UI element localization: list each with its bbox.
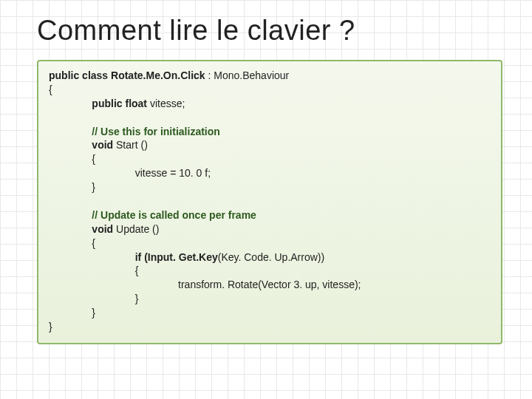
transform-rotate: transform. Rotate(Vector 3. up, vitesse)… <box>178 279 361 290</box>
brace-open-if: { <box>135 265 139 276</box>
kw-if: if ( <box>135 251 148 263</box>
brace-open-update: { <box>92 237 95 249</box>
comment-init: // Use this for initialization <box>92 126 219 137</box>
class-name: Rotate.Me.On.Click <box>111 69 208 81</box>
method-update: Update () <box>116 223 159 235</box>
kw-public-float: public float <box>92 98 150 109</box>
code-panel: public class Rotate.Me.On.Click : Mono.B… <box>37 60 502 344</box>
kw-void-2: void <box>92 223 116 235</box>
inherits: : Mono.Behaviour <box>208 69 290 81</box>
method-start: Start () <box>116 139 148 151</box>
keycode-arg: (Key. Code. Up.Arrow)) <box>218 251 324 263</box>
input-getkey: Input. Get.Key <box>148 251 218 263</box>
page-title: Comment lire le clavier ? <box>37 15 502 47</box>
brace-close-class: } <box>49 321 52 332</box>
comment-update: // Update is called once per frame <box>92 209 256 221</box>
slide-content: Comment lire le clavier ? public class R… <box>0 0 532 352</box>
brace-open-class: { <box>49 83 52 95</box>
brace-open-start: { <box>92 153 95 165</box>
code-block: public class Rotate.Me.On.Click : Mono.B… <box>49 69 491 334</box>
kw-public-class: public class <box>49 69 111 81</box>
assign-vitesse: vitesse = 10. 0 f; <box>135 167 211 179</box>
brace-close-if: } <box>135 293 139 304</box>
brace-close-update: } <box>92 307 95 318</box>
field-vitesse: vitesse; <box>150 98 185 109</box>
brace-close-start: } <box>92 181 95 193</box>
kw-void-1: void <box>92 139 116 151</box>
